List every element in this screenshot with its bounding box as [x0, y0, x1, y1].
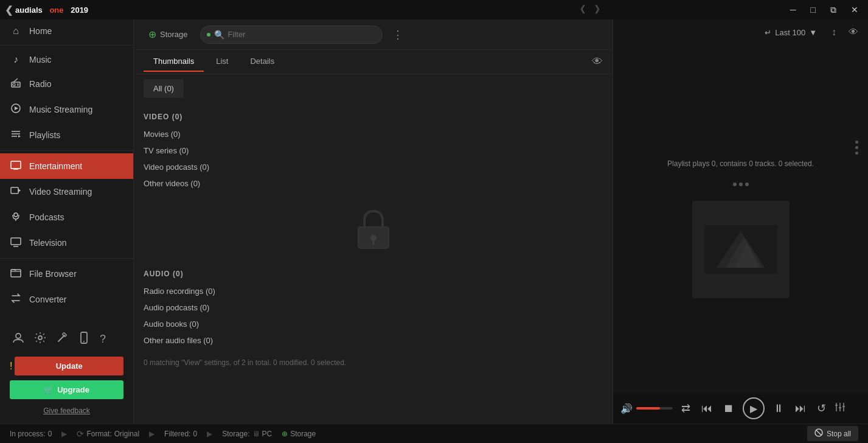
sidebar-item-television[interactable]: Television — [0, 230, 133, 256]
titlebar: ❮ audials one 2019 《 》 ─ □ ⧉ ✕ — [0, 0, 868, 19]
svg-point-25 — [83, 341, 85, 342]
nav-forward-icon[interactable]: 》 — [595, 4, 605, 16]
dot1 — [733, 183, 737, 186]
sidebar-item-video-streaming-label: Video Streaming — [29, 187, 92, 197]
tabs-bar: Thumbnails List Details 👁 — [134, 50, 613, 74]
next-button[interactable]: ⏭ — [793, 400, 808, 417]
prev-button[interactable]: ⏮ — [699, 400, 715, 417]
logo-one: one — [49, 5, 63, 15]
minimize-button[interactable]: ─ — [785, 4, 801, 16]
mobile-icon[interactable] — [75, 329, 92, 349]
close-button[interactable]: ✕ — [846, 4, 863, 16]
sidebar-item-radio[interactable]: Radio — [0, 71, 133, 97]
view-toggle-icon[interactable]: 👁 — [846, 24, 861, 40]
stop-all-button[interactable]: Stop all — [807, 426, 858, 441]
restore-button[interactable]: ⧉ — [825, 4, 841, 16]
stop-button[interactable]: ⏹ — [721, 400, 737, 417]
movies-item[interactable]: Movies (0) — [144, 126, 603, 142]
repeat-button[interactable]: ↺ — [814, 399, 828, 417]
nav-back-icon[interactable]: 《 — [575, 4, 585, 16]
more-options-icon[interactable]: ⋮ — [390, 26, 406, 44]
volume-slider[interactable] — [636, 407, 673, 410]
give-feedback-button[interactable]: Give feedback — [5, 403, 128, 419]
sidebar-item-converter[interactable]: Converter — [0, 287, 133, 312]
volume-icon[interactable]: 🔊 — [620, 403, 633, 414]
sidebar-item-file-browser[interactable]: File Browser — [0, 261, 133, 287]
back-icon[interactable]: ❮ — [5, 4, 13, 16]
visibility-icon[interactable]: 👁 — [592, 55, 603, 68]
right-panel-header: ↵ Last 100 ▼ ↕ 👁 — [613, 19, 868, 45]
sidebar-item-music[interactable]: ♪ Music — [0, 48, 133, 71]
shuffle-button[interactable]: ⇄ — [679, 399, 693, 417]
cart-icon: 🛒 — [44, 385, 54, 394]
storage-button[interactable]: ⊕ Storage — [144, 26, 193, 43]
tab-details[interactable]: Details — [240, 52, 284, 72]
svg-marker-15 — [18, 189, 21, 192]
sidebar-item-podcasts-label: Podcasts — [29, 212, 64, 222]
home-icon: ⌂ — [10, 26, 22, 37]
help-icon[interactable]: ? — [97, 330, 108, 348]
tv-series-item[interactable]: TV series (0) — [144, 142, 603, 159]
audio-podcasts-item[interactable]: Audio podcasts (0) — [144, 299, 603, 316]
maximize-button[interactable]: □ — [806, 4, 821, 16]
sidebar-item-home[interactable]: ⌂ Home — [0, 19, 133, 43]
search-bar: 🔍 — [200, 26, 383, 44]
tools-icon[interactable] — [54, 329, 71, 349]
sidebar-item-converter-label: Converter — [29, 295, 66, 304]
plus-icon: ⊕ — [148, 29, 156, 40]
upgrade-label: Upgrade — [57, 385, 89, 394]
in-process-status: In process: 0 — [10, 430, 52, 438]
sidebar-item-music-streaming-label: Music Streaming — [29, 105, 92, 114]
svg-line-4 — [13, 78, 18, 82]
separator-1: ▶ — [61, 430, 67, 438]
entertainment-icon — [10, 159, 22, 173]
music-streaming-icon — [10, 103, 22, 116]
sidebar-item-podcasts[interactable]: Podcasts — [0, 204, 133, 230]
search-status-dot — [207, 33, 210, 37]
account-icon[interactable] — [10, 329, 27, 349]
playlist-info: Playlist plays 0, contains 0 tracks. 0 s… — [667, 159, 814, 168]
sort-icon[interactable]: ↕ — [829, 24, 839, 40]
svg-rect-18 — [11, 238, 21, 245]
add-storage-status[interactable]: ⊕ Storage — [282, 430, 316, 438]
nav-divider-3 — [0, 258, 133, 259]
svg-marker-6 — [15, 106, 18, 110]
all-filter-button[interactable]: All (0) — [144, 79, 184, 98]
sidebar-item-playlists[interactable]: Playlists — [0, 122, 133, 148]
settings-icon[interactable] — [32, 329, 49, 349]
storage-status: Storage: 🖥 PC — [222, 430, 272, 438]
storage-label: Storage — [160, 30, 188, 39]
sidebar-item-video-streaming[interactable]: Video Streaming — [0, 179, 133, 204]
other-videos-item[interactable]: Other videos (0) — [144, 175, 603, 192]
update-warning-icon: ! — [10, 361, 12, 372]
audio-books-item[interactable]: Audio books (0) — [144, 316, 603, 332]
sidebar-item-music-streaming[interactable]: Music Streaming — [0, 97, 133, 122]
panel-more-icon[interactable] — [855, 141, 858, 155]
format-spinner-icon: ⟳ — [77, 429, 84, 439]
equalizer-button[interactable] — [835, 402, 845, 416]
last-100-label: Last 100 — [775, 28, 805, 37]
video-podcasts-item[interactable]: Video podcasts (0) — [144, 159, 603, 175]
right-panel: ↵ Last 100 ▼ ↕ 👁 Playlist plays 0, conta… — [613, 19, 868, 424]
music-icon: ♪ — [10, 54, 22, 65]
tab-thumbnails[interactable]: Thumbnails — [144, 52, 204, 72]
other-audio-files-item[interactable]: Other audio files (0) — [144, 332, 603, 349]
storage-status-label: Storage: — [222, 430, 249, 438]
tab-list[interactable]: List — [206, 52, 238, 72]
dot2 — [739, 183, 743, 186]
pause-button[interactable]: ⏸ — [771, 400, 786, 417]
sidebar-icons-row: ? — [5, 324, 128, 354]
player-controls: 🔊 ⇄ ⏮ ⏹ ▶ ⏸ ⏭ ↺ — [613, 393, 868, 424]
last-100-button[interactable]: ↵ Last 100 ▼ — [760, 26, 822, 40]
update-button[interactable]: Update — [15, 357, 123, 375]
sidebar-item-entertainment[interactable]: Entertainment — [0, 153, 133, 179]
svg-line-40 — [816, 430, 821, 435]
sidebar-item-home-label: Home — [29, 26, 52, 36]
play-button[interactable]: ▶ — [743, 397, 765, 419]
radio-recordings-item[interactable]: Radio recordings (0) — [144, 283, 603, 299]
search-input[interactable] — [228, 30, 376, 39]
sidebar-item-file-browser-label: File Browser — [29, 269, 77, 279]
content-area: All (0) VIDEO (0) Movies (0) TV series (… — [134, 74, 613, 424]
svg-rect-11 — [11, 161, 21, 169]
upgrade-button[interactable]: 🛒 Upgrade — [10, 380, 123, 399]
